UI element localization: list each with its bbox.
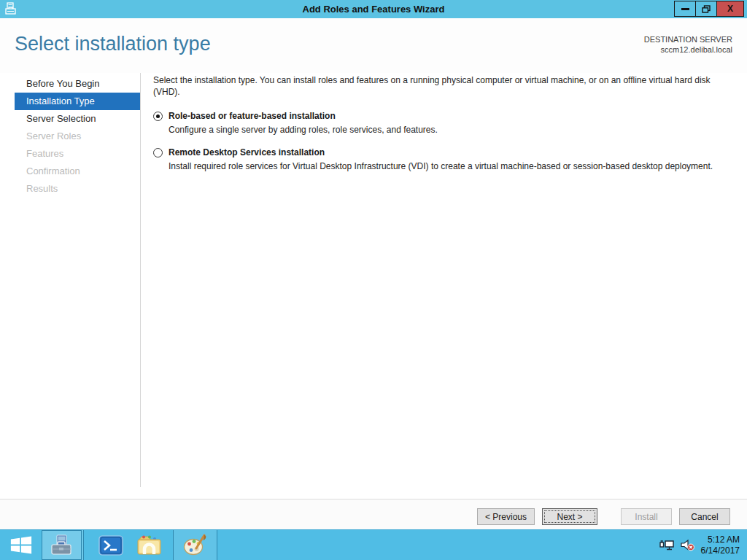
taskbar-file-explorer-button[interactable] [131, 530, 168, 560]
minimize-icon [681, 8, 689, 10]
nav-item-confirmation: Confirmation [15, 163, 140, 180]
radio-button-icon[interactable] [153, 148, 163, 158]
window-title: Add Roles and Features Wizard [0, 0, 747, 18]
option-label: Role-based or feature-based installation [169, 111, 336, 121]
page-title: Select installation type [15, 33, 211, 55]
clock-date: 6/14/2017 [701, 545, 740, 556]
nav-item-server-selection[interactable]: Server Selection [15, 110, 140, 128]
start-button[interactable] [0, 530, 42, 560]
previous-button[interactable]: < Previous [477, 508, 535, 525]
cancel-button[interactable]: Cancel [679, 508, 730, 525]
taskbar-clock[interactable]: 5:12 AM 6/14/2017 [701, 534, 740, 556]
option-description: Configure a single server by adding role… [169, 125, 732, 136]
clock-time: 5:12 AM [701, 534, 740, 545]
radio-role-based[interactable]: Role-based or feature-based installation [153, 111, 732, 121]
button-row: < Previous Next > Install Cancel [477, 508, 730, 525]
wizard-nav: Before You Begin Installation Type Serve… [15, 75, 140, 198]
install-button: Install [621, 508, 672, 525]
windows-logo-icon [10, 535, 32, 555]
window-controls: X [675, 1, 744, 17]
close-icon: X [727, 4, 733, 14]
taskbar-paint-button[interactable] [173, 530, 217, 560]
taskbar-server-manager-button[interactable] [42, 530, 82, 560]
network-icon[interactable] [659, 539, 674, 551]
nav-item-server-roles: Server Roles [15, 128, 140, 145]
file-explorer-icon [136, 534, 163, 556]
option-description: Install required role services for Virtu… [169, 161, 732, 172]
option-label: Remote Desktop Services installation [169, 147, 325, 158]
server-manager-icon [50, 534, 74, 557]
wizard-titlebar: Add Roles and Features Wizard X [0, 0, 747, 18]
close-button[interactable]: X [716, 1, 744, 17]
nav-item-features: Features [15, 145, 140, 163]
system-tray: 5:12 AM 6/14/2017 [659, 530, 740, 560]
option-remote-desktop: Remote Desktop Services installation Ins… [153, 147, 732, 172]
option-role-based: Role-based or feature-based installation… [153, 111, 732, 136]
nav-divider [140, 73, 141, 487]
destination-label: DESTINATION SERVER [644, 34, 732, 44]
paint-icon [183, 534, 208, 557]
powershell-icon [98, 534, 123, 556]
radio-remote-desktop[interactable]: Remote Desktop Services installation [153, 147, 732, 158]
wizard-footer: < Previous Next > Install Cancel [0, 499, 747, 529]
wizard-header: Select installation type DESTINATION SER… [0, 18, 747, 73]
intro-text: Select the installation type. You can in… [153, 74, 729, 98]
taskbar-powershell-button[interactable] [93, 530, 128, 560]
volume-muted-icon[interactable] [680, 539, 695, 551]
wizard-content: Select the installation type. You can in… [153, 74, 732, 184]
nav-item-before-you-begin[interactable]: Before You Begin [15, 75, 140, 93]
next-button[interactable]: Next > [542, 508, 597, 525]
minimize-button[interactable] [674, 1, 696, 17]
restore-icon [702, 5, 711, 13]
destination-server-name: sccm12.delibal.local [644, 44, 732, 55]
desktop: Add Roles and Features Wizard X Select i… [0, 0, 747, 560]
nav-item-installation-type[interactable]: Installation Type [15, 93, 140, 110]
destination-server-block: DESTINATION SERVER sccm12.delibal.local [644, 34, 732, 55]
taskbar: 5:12 AM 6/14/2017 [0, 529, 747, 560]
nav-item-results: Results [15, 180, 140, 198]
restore-button[interactable] [695, 1, 717, 17]
radio-button-icon[interactable] [153, 112, 163, 121]
